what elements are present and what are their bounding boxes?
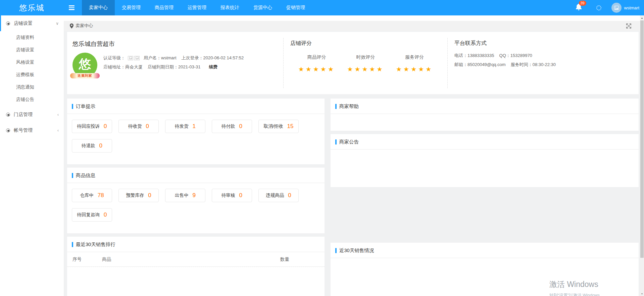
panel-title: 最近30天销售排行 xyxy=(76,241,115,248)
user-menu[interactable]: wstmart xyxy=(611,3,640,13)
field-label: 店铺到期日期： xyxy=(148,64,178,69)
store-summary-card: 悠乐城自营超市 悠 送菜到家 认证等级：用户名：wstmart上次登录：2020… xyxy=(67,32,639,94)
panel-title: 商品信息 xyxy=(76,172,95,179)
count-button-label: 待退款 xyxy=(82,143,95,149)
field-label: QQ： xyxy=(499,53,510,58)
count-button-value: 0 xyxy=(239,123,242,130)
info-field: 用户名：wstmart xyxy=(144,55,177,60)
count-button-label: 待回复咨询 xyxy=(77,212,100,218)
nav-item[interactable]: 卖家中心 xyxy=(82,0,115,15)
sidebar-group-店铺设置[interactable]: 店铺设置∨ xyxy=(0,15,64,31)
nav-item[interactable]: 交易管理 xyxy=(115,0,148,15)
count-button-待回复咨询[interactable]: 待回复咨询0 xyxy=(72,208,112,222)
rank-table-divider xyxy=(67,267,325,267)
field-label: 邮箱： xyxy=(454,62,467,67)
star-icon: ★ xyxy=(426,66,433,73)
panel-accent-bar xyxy=(72,173,73,178)
avatar xyxy=(611,3,622,13)
sidebar-item-消息通知[interactable]: 消息通知 xyxy=(0,81,64,93)
count-button-出售中[interactable]: 出售中9 xyxy=(165,189,205,202)
rank-table-header: 序号商品数量 xyxy=(67,252,325,267)
count-button-待收货[interactable]: 待收货0 xyxy=(118,120,159,133)
panel-title: 订单提示 xyxy=(76,103,95,110)
count-button-预警库存[interactable]: 预警库存0 xyxy=(118,189,159,202)
main-nav: 卖家中心交易管理商品管理运营管理报表统计货源中心促销管理 xyxy=(82,0,312,15)
contact-line: 电话：13883383335QQ：153289970 xyxy=(454,51,639,60)
nav-item[interactable]: 促销管理 xyxy=(279,0,312,15)
sidebar-group-门店管理[interactable]: 门店管理‹ xyxy=(0,107,64,122)
count-button-违规商品[interactable]: 违规商品0 xyxy=(258,189,299,202)
chevron-down-icon: ∨ xyxy=(56,21,59,26)
sidebar-item-店铺资料[interactable]: 店铺资料 xyxy=(0,31,64,44)
cert-level-icon xyxy=(134,56,140,60)
sales-chart-panel: 近30天销售情况 xyxy=(331,243,639,296)
star-icon: ★ xyxy=(396,66,403,73)
count-button-待发货[interactable]: 待发货1 xyxy=(165,120,205,133)
username-label: wstmart xyxy=(624,5,640,10)
count-button-value: 0 xyxy=(104,212,107,218)
star-icon: ★ xyxy=(354,66,362,73)
count-button-label: 待发货 xyxy=(175,123,189,129)
panel-title: 商家公告 xyxy=(339,139,359,145)
panel-title: 近30天销售情况 xyxy=(339,247,374,254)
count-button-label: 出售中 xyxy=(175,192,189,198)
count-button-待付款[interactable]: 待付款0 xyxy=(212,120,252,133)
info-field: 店铺地址：商会大厦 xyxy=(103,64,143,69)
vertical-scrollbar[interactable]: ▲ ▼ xyxy=(640,15,644,296)
cert-level-icon xyxy=(128,56,133,60)
bullseye-icon xyxy=(6,128,10,132)
star-icon: ★ xyxy=(411,66,418,73)
nav-item[interactable]: 运营管理 xyxy=(181,0,213,15)
star-rating: ★★★★★ xyxy=(341,65,390,73)
fullscreen-icon[interactable] xyxy=(626,23,631,28)
navbar-right: 39 wstmart xyxy=(576,0,640,15)
info-field: 店铺到期日期：2021-03-31 xyxy=(148,64,201,69)
star-icon: ★ xyxy=(362,66,369,73)
scroll-up-arrow[interactable]: ▲ xyxy=(640,15,644,20)
renew-link[interactable]: 续费 xyxy=(209,64,218,69)
sales-rank-panel: 最近30天销售排行 序号商品数量 xyxy=(67,237,325,296)
sidebar-item-店铺公告[interactable]: 店铺公告 xyxy=(0,93,64,106)
count-button-value: 0 xyxy=(239,192,242,199)
main-content: 卖家中心 悠乐城自营超市 悠 送菜到家 xyxy=(64,15,644,296)
contact-field: QQ：153289970 xyxy=(499,53,532,58)
sidebar-item-风格设置[interactable]: 风格设置 xyxy=(0,56,64,68)
rating-label: 商品评分 xyxy=(292,54,341,60)
count-button-value: 0 xyxy=(288,192,291,199)
contact-line: 邮箱：85020049@qq.com服务时间：08:30-22:30 xyxy=(454,60,639,69)
sidebar-item-店铺设置[interactable]: 店铺设置 xyxy=(0,44,64,56)
count-button-label: 待审核 xyxy=(221,192,235,198)
field-value: 08:30-22:30 xyxy=(533,62,556,67)
scroll-down-arrow[interactable]: ▼ xyxy=(640,291,644,296)
cert-level-label: 认证等级： xyxy=(103,55,125,60)
store-logo-banner: 送菜到家 xyxy=(70,73,100,78)
rank-column-header: 数量 xyxy=(280,256,319,262)
count-button-取消/拒收[interactable]: 取消/拒收15 xyxy=(258,120,299,133)
count-button-待退款[interactable]: 待退款0 xyxy=(72,139,112,153)
field-value: 2020-06-02 14:57:52 xyxy=(203,55,244,60)
count-button-value: 9 xyxy=(193,192,196,199)
menu-toggle-button[interactable] xyxy=(64,0,79,15)
field-label: 服务时间： xyxy=(511,62,533,67)
count-button-仓库中[interactable]: 仓库中78 xyxy=(72,189,112,202)
count-button-待回应投诉[interactable]: 待回应投诉0 xyxy=(72,120,112,133)
sidebar-group-帐号管理[interactable]: 帐号管理‹ xyxy=(0,122,64,138)
star-rating: ★★★★★ xyxy=(292,65,341,73)
star-icon: ★ xyxy=(320,66,328,73)
notifications-button[interactable]: 39 xyxy=(576,4,582,12)
count-button-待审核[interactable]: 待审核0 xyxy=(212,189,252,202)
sidebar-group-label: 店铺设置 xyxy=(14,20,33,26)
count-button-label: 待付款 xyxy=(221,123,235,129)
count-button-label: 仓库中 xyxy=(80,192,94,198)
content-top-strip xyxy=(64,15,644,21)
refresh-icon[interactable] xyxy=(596,5,601,10)
nav-item[interactable]: 商品管理 xyxy=(148,0,181,15)
field-value: 13883383335 xyxy=(467,53,494,58)
brand-logo[interactable]: 悠乐城 xyxy=(0,0,64,15)
sidebar-item-运费模板[interactable]: 运费模板 xyxy=(0,68,64,81)
count-button-value: 1 xyxy=(193,123,196,130)
contact-field: 邮箱：85020049@qq.com xyxy=(454,62,506,67)
nav-item[interactable]: 货源中心 xyxy=(246,0,279,15)
scrollbar-thumb[interactable] xyxy=(640,20,644,258)
nav-item[interactable]: 报表统计 xyxy=(213,0,246,15)
